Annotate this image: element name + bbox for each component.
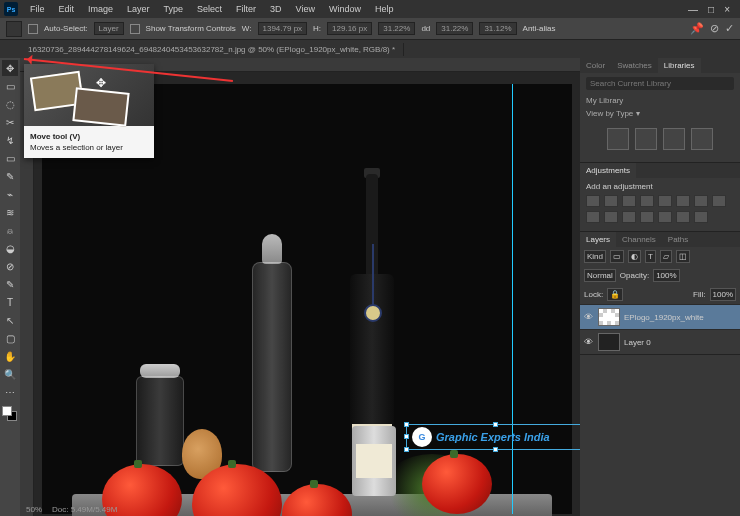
path-tool[interactable]: ↖ bbox=[2, 312, 18, 328]
transform-handle[interactable] bbox=[493, 447, 498, 452]
menu-file[interactable]: File bbox=[24, 2, 51, 16]
adj-channel-mixer-icon[interactable] bbox=[586, 211, 600, 223]
pin-icon[interactable]: 📌 bbox=[690, 22, 704, 35]
adj-lookup-icon[interactable] bbox=[604, 211, 618, 223]
auto-select-mode[interactable]: Layer bbox=[94, 22, 124, 35]
color-swatches[interactable] bbox=[2, 406, 18, 422]
move-tool[interactable]: ✥ bbox=[2, 60, 18, 76]
zoom-level[interactable]: 50% bbox=[26, 505, 42, 514]
filter-pixel-icon[interactable]: ▭ bbox=[610, 250, 624, 263]
commit-transform-icon[interactable]: ✓ bbox=[725, 22, 734, 35]
transform-handle[interactable] bbox=[404, 447, 409, 452]
doc-size[interactable]: Doc: 5.49M/5.49M bbox=[52, 505, 117, 514]
menu-image[interactable]: Image bbox=[82, 2, 119, 16]
transform-handle[interactable] bbox=[404, 422, 409, 427]
menu-window[interactable]: Window bbox=[323, 2, 367, 16]
menu-select[interactable]: Select bbox=[191, 2, 228, 16]
adj-threshold-icon[interactable] bbox=[658, 211, 672, 223]
opt-extra3[interactable]: 31.12% bbox=[479, 22, 516, 35]
menu-view[interactable]: View bbox=[290, 2, 321, 16]
shape-tool[interactable]: ▢ bbox=[2, 330, 18, 346]
library-view-dropdown[interactable]: View by Type ▾ bbox=[586, 107, 734, 120]
magic-wand-tool[interactable]: ↯ bbox=[2, 132, 18, 148]
transform-handle[interactable] bbox=[493, 422, 498, 427]
adj-curves-icon[interactable] bbox=[622, 195, 636, 207]
menu-type[interactable]: Type bbox=[158, 2, 190, 16]
foreground-color-swatch[interactable] bbox=[2, 406, 12, 416]
angle-field[interactable]: 31.22% bbox=[378, 22, 415, 35]
transform-controls-checkbox[interactable] bbox=[130, 24, 140, 34]
adj-selective-icon[interactable] bbox=[694, 211, 708, 223]
library-name[interactable]: My Library bbox=[586, 94, 734, 107]
fill-field[interactable]: 100% bbox=[710, 288, 736, 301]
tab-paths[interactable]: Paths bbox=[662, 232, 694, 247]
filter-shape-icon[interactable]: ▱ bbox=[660, 250, 672, 263]
tab-swatches[interactable]: Swatches bbox=[611, 58, 658, 73]
adj-photo-filter-icon[interactable] bbox=[712, 195, 726, 207]
blend-mode-dropdown[interactable]: Normal bbox=[584, 269, 616, 282]
layer-row[interactable]: 👁 Layer 0 bbox=[580, 329, 740, 354]
transform-handle[interactable] bbox=[404, 434, 409, 439]
layer-name[interactable]: Layer 0 bbox=[624, 338, 651, 347]
crop-tool[interactable]: ✂ bbox=[2, 114, 18, 130]
tab-color[interactable]: Color bbox=[580, 58, 611, 73]
layer-filter-kind[interactable]: Kind bbox=[584, 250, 606, 263]
minimize-icon[interactable]: — bbox=[688, 4, 698, 15]
maximize-icon[interactable]: □ bbox=[708, 4, 714, 15]
adj-vibrance-icon[interactable] bbox=[658, 195, 672, 207]
menu-layer[interactable]: Layer bbox=[121, 2, 156, 16]
close-icon[interactable]: × bbox=[724, 4, 730, 15]
adj-hue-icon[interactable] bbox=[676, 195, 690, 207]
layer-name[interactable]: EPlogo_1920px_white bbox=[624, 313, 704, 322]
opt-extra2[interactable]: 31.22% bbox=[436, 22, 473, 35]
tab-layers[interactable]: Layers bbox=[580, 232, 616, 247]
healing-tool[interactable]: ⌁ bbox=[2, 186, 18, 202]
adj-posterize-icon[interactable] bbox=[640, 211, 654, 223]
tab-channels[interactable]: Channels bbox=[616, 232, 662, 247]
eraser-tool[interactable]: ⊘ bbox=[2, 258, 18, 274]
menu-edit[interactable]: Edit bbox=[53, 2, 81, 16]
frame-tool[interactable]: ▭ bbox=[2, 150, 18, 166]
w-field[interactable]: 1394.79 px bbox=[258, 22, 308, 35]
tooltip-description: Moves a selection or layer bbox=[30, 143, 148, 152]
zoom-tool[interactable]: 🔍 bbox=[2, 366, 18, 382]
adj-levels-icon[interactable] bbox=[604, 195, 618, 207]
adj-exposure-icon[interactable] bbox=[640, 195, 654, 207]
eyedropper-tool[interactable]: ✎ bbox=[2, 168, 18, 184]
stamp-tool[interactable]: ⍝ bbox=[2, 222, 18, 238]
layer-thumbnail[interactable] bbox=[598, 333, 620, 351]
hand-tool[interactable]: ✋ bbox=[2, 348, 18, 364]
adj-brightness-icon[interactable] bbox=[586, 195, 600, 207]
auto-select-checkbox[interactable] bbox=[28, 24, 38, 34]
filter-smart-icon[interactable]: ◫ bbox=[676, 250, 690, 263]
visibility-icon[interactable]: 👁 bbox=[584, 337, 594, 347]
filter-type-icon[interactable]: T bbox=[645, 250, 656, 263]
tooltip-preview: ✥ bbox=[24, 64, 154, 126]
edit-toolbar[interactable]: ⋯ bbox=[2, 384, 18, 400]
menu-3d[interactable]: 3D bbox=[264, 2, 288, 16]
tab-libraries[interactable]: Libraries bbox=[658, 58, 701, 73]
lock-all-icon[interactable]: 🔒 bbox=[607, 288, 623, 301]
adj-gradient-map-icon[interactable] bbox=[676, 211, 690, 223]
filter-adj-icon[interactable]: ◐ bbox=[628, 250, 641, 263]
tab-adjustments[interactable]: Adjustments bbox=[580, 163, 636, 178]
layer-thumbnail[interactable] bbox=[598, 308, 620, 326]
layer-row[interactable]: 👁 EPlogo_1920px_white bbox=[580, 304, 740, 329]
cancel-transform-icon[interactable]: ⊘ bbox=[710, 22, 719, 35]
transform-bounding-box[interactable] bbox=[406, 424, 580, 450]
menu-help[interactable]: Help bbox=[369, 2, 400, 16]
library-search-input[interactable]: Search Current Library bbox=[586, 77, 734, 90]
lasso-tool[interactable]: ◌ bbox=[2, 96, 18, 112]
history-brush-tool[interactable]: ◒ bbox=[2, 240, 18, 256]
type-tool[interactable]: T bbox=[2, 294, 18, 310]
adj-invert-icon[interactable] bbox=[622, 211, 636, 223]
document-tab[interactable]: 16320736_289444278149624_694824045345363… bbox=[20, 43, 404, 56]
visibility-icon[interactable]: 👁 bbox=[584, 312, 594, 322]
brush-tool[interactable]: ≋ bbox=[2, 204, 18, 220]
opacity-field[interactable]: 100% bbox=[653, 269, 679, 282]
marquee-tool[interactable]: ▭ bbox=[2, 78, 18, 94]
h-field[interactable]: 129.16 px bbox=[327, 22, 372, 35]
adj-bw-icon[interactable] bbox=[694, 195, 708, 207]
gradient-tool[interactable]: ✎ bbox=[2, 276, 18, 292]
menu-filter[interactable]: Filter bbox=[230, 2, 262, 16]
